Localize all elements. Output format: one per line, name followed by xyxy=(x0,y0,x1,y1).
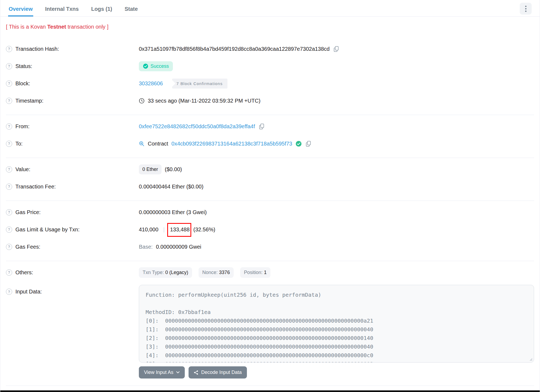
verified-check-icon xyxy=(296,141,302,147)
nonce-value: 3376 xyxy=(219,270,230,275)
help-icon[interactable]: ? xyxy=(6,209,12,215)
row-transaction-fee: ? Transaction Fee: 0.000400464 Ether ($0… xyxy=(6,178,534,195)
clock-icon xyxy=(139,98,145,104)
help-icon[interactable]: ? xyxy=(6,166,12,173)
transaction-hash-value: 0x371a51097fb78df856f8b4a7bd459f192d8cc8… xyxy=(139,46,330,52)
section-gas: ? Gas Price: 0.000000003 Ether (3 Gwei) … xyxy=(6,201,534,261)
gas-limit-usage-label: Gas Limit & Usage by Txn: xyxy=(15,227,80,233)
from-address-link[interactable]: 0xfee7522e8482682cf50ddc50a0f8da2a39effa… xyxy=(139,123,255,130)
position-key: Position: xyxy=(244,270,263,275)
help-icon[interactable]: ? xyxy=(6,244,12,250)
txn-type-badge: Txn Type: 0 (Legacy) xyxy=(139,267,192,278)
tab-overview[interactable]: Overview xyxy=(8,1,33,16)
chevron-down-icon xyxy=(176,371,180,374)
block-confirmations-badge: 7 Block Confirmations xyxy=(172,79,227,89)
row-transaction-hash: ? Transaction Hash: 0x371a51097fb78df856… xyxy=(6,40,534,58)
block-number-link[interactable]: 30328606 xyxy=(139,80,163,87)
decode-input-data-button[interactable]: Decode Input Data xyxy=(189,366,247,379)
to-address-link[interactable]: 0x4cb093f226983713164a62138c3f718a5b595f… xyxy=(172,141,292,147)
tab-logs[interactable]: Logs (1) xyxy=(90,1,113,16)
tab-internal-txns[interactable]: Internal Txns xyxy=(45,1,79,16)
testnet-notice: [ This is a Kovan Testnet transaction on… xyxy=(0,17,540,38)
value-label: Value: xyxy=(15,166,30,173)
block-label: Block: xyxy=(15,80,30,87)
kebab-icon xyxy=(525,6,526,7)
copy-from-address-button[interactable] xyxy=(258,123,265,130)
help-icon[interactable]: ? xyxy=(6,98,12,104)
nonce-badge: Nonce: 3376 xyxy=(199,267,234,278)
help-icon[interactable]: ? xyxy=(6,123,12,130)
help-icon[interactable]: ? xyxy=(6,269,12,276)
section-summary: ? Transaction Hash: 0x371a51097fb78df856… xyxy=(6,38,534,115)
txn-type-value: 0 (Legacy) xyxy=(165,270,188,275)
gas-price-label: Gas Price: xyxy=(15,209,41,215)
timestamp-label: Timestamp: xyxy=(15,98,43,104)
magnifier-plus-icon[interactable] xyxy=(139,141,145,147)
nonce-key: Nonce: xyxy=(202,270,218,275)
input-data-label: Input Data: xyxy=(15,289,42,295)
gas-fees-base-value: 0.000000009 Gwei xyxy=(156,244,201,250)
value-usd: ($0.00) xyxy=(165,166,182,173)
more-options-button[interactable] xyxy=(520,3,532,15)
notice-suffix: transaction only ] xyxy=(66,24,109,30)
copy-icon xyxy=(306,141,311,147)
to-contract-word: Contract xyxy=(148,141,168,147)
gas-separator: | xyxy=(162,227,166,233)
row-from: ? From: 0xfee7522e8482682cf50ddc50a0f8da… xyxy=(6,118,534,135)
gas-limit-value: 410,000 xyxy=(139,227,158,233)
gas-price-value: 0.000000003 Ether (3 Gwei) xyxy=(139,209,207,215)
help-icon[interactable]: ? xyxy=(6,141,12,147)
txn-type-key: Txn Type: xyxy=(143,270,164,275)
help-icon[interactable]: ? xyxy=(6,46,12,52)
gas-fees-label: Gas Fees: xyxy=(15,244,40,250)
row-block: ? Block: 30328606 7 Block Confirmations xyxy=(6,75,534,92)
section-others-input: ? Others: Txn Type: 0 (Legacy) Nonce: 33… xyxy=(6,261,534,386)
gas-usage-value: 133,488 xyxy=(170,227,190,232)
input-data-box[interactable]: Function: performUpkeep(uint256 id, byte… xyxy=(139,285,534,363)
notice-prefix: [ This is a Kovan xyxy=(6,24,47,30)
gas-usage-annotated: 133,488 xyxy=(170,227,190,233)
gas-usage-percent: (32.56%) xyxy=(193,227,215,233)
input-data-content: Function: performUpkeep(uint256 id, byte… xyxy=(146,290,527,363)
transaction-fee-label: Transaction Fee: xyxy=(15,184,56,190)
tab-state[interactable]: State xyxy=(124,1,138,16)
status-badge-text: Success xyxy=(150,63,169,69)
row-to: ? To: Contract 0x4cb093f226983713164a621… xyxy=(6,135,534,152)
row-gas-price: ? Gas Price: 0.000000003 Ether (3 Gwei) xyxy=(6,204,534,221)
help-icon[interactable]: ? xyxy=(6,184,12,190)
row-timestamp: ? Timestamp: 33 secs ago (Mar-11-2022 03… xyxy=(6,92,534,109)
section-parties: ? From: 0xfee7522e8482682cf50ddc50a0f8da… xyxy=(6,115,534,158)
copy-to-address-button[interactable] xyxy=(305,141,312,147)
check-circle-icon xyxy=(143,63,148,69)
transaction-fee-value: 0.000400464 Ether ($0.00) xyxy=(139,184,203,190)
help-icon[interactable]: ? xyxy=(6,63,12,69)
bottom-divider xyxy=(0,390,540,392)
value-badge: 0 Ether xyxy=(139,164,162,174)
help-icon[interactable]: ? xyxy=(6,80,12,87)
decode-input-data-label: Decode Input Data xyxy=(201,370,242,375)
input-data-actions: View Input As Decode Input Data xyxy=(139,366,534,379)
view-input-as-label: View Input As xyxy=(144,370,173,375)
notice-bold: Testnet xyxy=(47,24,66,30)
row-value: ? Value: 0 Ether ($0.00) xyxy=(6,161,534,178)
tab-bar: Overview Internal Txns Logs (1) State xyxy=(0,0,540,17)
view-input-as-button[interactable]: View Input As xyxy=(139,366,185,379)
row-others: ? Others: Txn Type: 0 (Legacy) Nonce: 33… xyxy=(6,264,534,281)
copy-icon xyxy=(333,46,339,52)
row-input-data: ? Input Data: Function: performUpkeep(ui… xyxy=(6,285,534,363)
resize-handle-icon[interactable] xyxy=(529,357,532,361)
section-value: ? Value: 0 Ether ($0.00) ? Transaction F… xyxy=(6,158,534,201)
copy-icon xyxy=(259,123,264,130)
help-icon[interactable]: ? xyxy=(6,289,12,295)
transaction-hash-label: Transaction Hash: xyxy=(15,46,59,52)
position-value: 1 xyxy=(264,270,267,275)
status-label: Status: xyxy=(15,63,32,69)
decode-icon xyxy=(194,370,199,375)
from-label: From: xyxy=(15,123,29,130)
timestamp-value: 33 secs ago (Mar-11-2022 03:59:32 PM +UT… xyxy=(148,98,260,104)
status-badge: Success xyxy=(139,61,173,71)
gas-fees-base-label: Base: xyxy=(139,244,153,250)
copy-hash-button[interactable] xyxy=(333,46,340,52)
help-icon[interactable]: ? xyxy=(6,227,12,233)
position-badge: Position: 1 xyxy=(240,267,270,278)
